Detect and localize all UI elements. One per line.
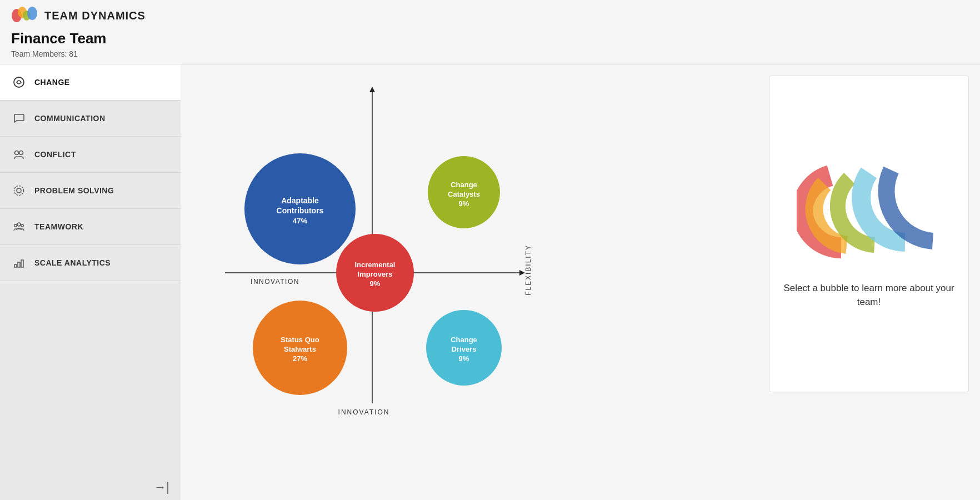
svg-text:Improvers: Improvers (358, 270, 393, 278)
sidebar-label-problem-solving: PROBLEM SOLVING (34, 186, 114, 195)
svg-point-4 (14, 77, 24, 87)
sidebar-label-conflict: CONFLICT (34, 150, 76, 159)
team-title: Finance Team (11, 30, 969, 47)
logo-area: TEAM DYNAMICS (11, 7, 969, 24)
sidebar-item-communication[interactable]: COMMUNICATION (0, 101, 181, 137)
svg-point-9 (17, 223, 21, 226)
svg-text:Stalwarts: Stalwarts (284, 345, 316, 353)
svg-point-3 (27, 7, 37, 20)
svg-text:9%: 9% (370, 279, 381, 288)
side-panel: Select a bubble to learn more about your… (769, 76, 969, 392)
svg-text:9%: 9% (459, 199, 469, 208)
svg-text:Change: Change (451, 181, 477, 189)
header: TEAM DYNAMICS Finance Team Team Members:… (0, 0, 980, 64)
logo-text: TEAM DYNAMICS (44, 9, 146, 22)
svg-point-7 (17, 188, 21, 193)
change-icon (11, 74, 27, 90)
sidebar-collapse-button[interactable]: →| (154, 480, 169, 494)
side-panel-graphic (797, 159, 941, 270)
svg-point-6 (19, 151, 23, 155)
svg-text:Adaptable: Adaptable (281, 196, 319, 205)
sidebar-item-scale-analytics[interactable]: SCALE ANALYTICS (0, 245, 181, 281)
axis-x-label: INNOVATION (338, 408, 390, 416)
side-panel-select-text: Select a bubble to learn more about your… (781, 281, 957, 309)
axis-y-label: FLEXIBILITY (524, 244, 532, 296)
sidebar-item-conflict[interactable]: CONFLICT (0, 137, 181, 173)
sidebar-label-scale-analytics: SCALE ANALYTICS (34, 258, 111, 267)
scale-analytics-icon (11, 255, 27, 271)
sidebar-footer: →| (0, 471, 181, 500)
sidebar-item-teamwork[interactable]: TEAMWORK (0, 209, 181, 245)
svg-point-11 (21, 224, 23, 227)
svg-text:Drivers: Drivers (452, 345, 477, 353)
sidebar: CHANGE COMMUNICATION CONFLICT (0, 64, 181, 500)
svg-text:Contributors: Contributors (277, 206, 324, 215)
main-content: INNOVATION FLEXIBILITY Adaptable Contrib… (181, 64, 980, 500)
sidebar-label-change: CHANGE (34, 78, 70, 87)
svg-point-10 (14, 224, 17, 227)
sidebar-item-problem-solving[interactable]: PROBLEM SOLVING (0, 173, 181, 209)
svg-point-5 (15, 151, 19, 155)
svg-point-8 (14, 186, 24, 196)
sidebar-item-change[interactable]: CHANGE (0, 64, 181, 101)
svg-text:Change: Change (451, 336, 477, 344)
layout: CHANGE COMMUNICATION CONFLICT (0, 64, 980, 500)
chart-area: INNOVATION FLEXIBILITY Adaptable Contrib… (192, 76, 758, 437)
svg-rect-12 (14, 264, 17, 267)
svg-text:27%: 27% (293, 354, 307, 363)
svg-text:Status Quo: Status Quo (281, 336, 319, 344)
teamwork-icon (11, 219, 27, 234)
svg-text:9%: 9% (459, 354, 469, 363)
svg-rect-14 (21, 260, 23, 267)
logo-icon (11, 7, 39, 24)
sidebar-label-communication: COMMUNICATION (34, 114, 106, 123)
problem-solving-icon (11, 183, 27, 198)
team-members: Team Members: 81 (11, 49, 969, 58)
svg-text:47%: 47% (293, 217, 307, 225)
bubble-chart-svg: INNOVATION FLEXIBILITY Adaptable Contrib… (192, 76, 536, 426)
communication-icon (11, 111, 27, 126)
sidebar-label-teamwork: TEAMWORK (34, 222, 83, 231)
svg-text:Catalysts: Catalysts (448, 190, 480, 198)
svg-text:Incremental: Incremental (355, 261, 396, 269)
conflict-icon (11, 147, 27, 162)
svg-marker-18 (369, 87, 375, 92)
svg-rect-13 (18, 262, 20, 267)
innovation-axis-label: INNOVATION (251, 278, 299, 286)
